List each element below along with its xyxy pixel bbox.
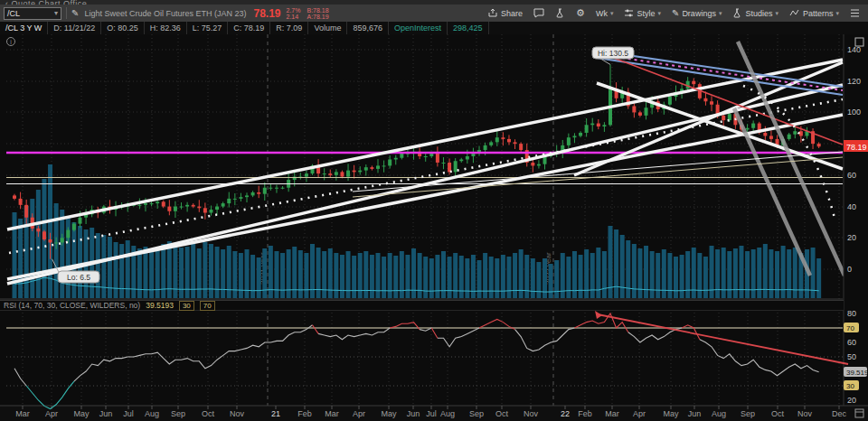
price-tick-label: 120 xyxy=(847,77,861,86)
rsi-line xyxy=(318,328,390,340)
price-tick-label: 0 xyxy=(847,265,852,274)
grid-layer: 2021 year2022 year xyxy=(6,34,843,406)
toolbar-divider xyxy=(66,7,67,19)
pencil-icon: ✎ xyxy=(672,8,679,18)
change-percent: 2.7% xyxy=(287,7,301,14)
ohlc-cell: L: 75.27 xyxy=(187,22,229,34)
month-tick-label: Jul xyxy=(123,409,134,418)
rsi-line xyxy=(700,340,819,376)
month-tick-label: Dec xyxy=(832,409,847,418)
ohlc-cell: H: 82.36 xyxy=(145,22,187,34)
month-tick-label: Oct xyxy=(771,409,785,418)
rsi-line xyxy=(575,313,628,332)
patterns-icon xyxy=(789,8,800,18)
price-tick-label: 20 xyxy=(847,233,856,242)
month-tick-label: Apr xyxy=(45,409,58,418)
month-tick-label: Apr xyxy=(633,409,646,418)
style-icon xyxy=(624,8,634,18)
change-stack: 2.7% 2.14 xyxy=(287,7,301,20)
rsi-line xyxy=(74,325,313,381)
rsi-line xyxy=(515,328,575,351)
ohlc-cell: R: 7.09 xyxy=(270,22,308,34)
month-tick-label: Aug xyxy=(440,409,455,418)
chevron-down-icon: ▾ xyxy=(610,10,614,17)
ohlc-cell: 298,425 xyxy=(448,22,489,34)
volume-bars xyxy=(13,164,822,298)
patterns-button[interactable]: Patterns▾ xyxy=(785,6,844,20)
month-tick-label: May xyxy=(663,409,679,418)
ask-value: A:78.19 xyxy=(307,14,328,20)
svg-text:i: i xyxy=(10,39,12,45)
svg-text:Lo: 6.5: Lo: 6.5 xyxy=(67,273,90,282)
rsi-line xyxy=(431,328,438,338)
analyze-button[interactable] xyxy=(551,6,570,20)
month-tick-label: Jun xyxy=(407,409,420,418)
rsi-line xyxy=(14,369,26,386)
gear-icon: ⚙ xyxy=(576,7,585,19)
svg-text:39.5193: 39.5193 xyxy=(846,369,868,377)
drawings-button[interactable]: ✎ Drawings▾ xyxy=(667,6,726,20)
toolbar-buttons: Share ⚙ Wk▾ Style▾ ✎ Drawings▾ xyxy=(483,5,864,21)
month-tick-label: Aug xyxy=(145,409,159,418)
month-tick-label: Apr xyxy=(353,409,365,418)
year-tick-label: 22 xyxy=(561,409,570,418)
ohlc-cell: Volume xyxy=(308,22,347,34)
svg-text:30: 30 xyxy=(846,382,854,390)
chart-toolbar: /CL ▾ ✎ Light Sweet Crude Oil Futures ET… xyxy=(0,5,868,22)
edit-symbol-icon[interactable]: ✎ xyxy=(71,8,79,18)
chart-area[interactable]: 2021 year2022 yearHi: 130.5Lo: 6.5140120… xyxy=(0,34,868,421)
ohlc-cell: 859,676 xyxy=(347,22,389,34)
chevron-down-icon: ▾ xyxy=(775,10,778,17)
price-tick-label: 60 xyxy=(847,171,856,180)
month-tick-label: Sep xyxy=(741,409,755,418)
flask-icon xyxy=(555,8,565,18)
rsi-oversold-setting: 30 xyxy=(179,301,194,311)
rsi-tick-label: 60 xyxy=(847,338,856,347)
year-tick-label: 21 xyxy=(271,409,280,418)
chart-canvas[interactable]: 2021 year2022 yearHi: 130.5Lo: 6.5140120… xyxy=(0,34,868,421)
menu-button[interactable] xyxy=(845,7,864,19)
last-price: 78.19 xyxy=(253,7,280,20)
ohlc-cell: C: 78.19 xyxy=(228,22,270,34)
rsi-study-name: RSI (14, 70, 30, CLOSE, WILDERS, no) xyxy=(4,301,140,310)
share-button[interactable]: Share xyxy=(483,6,527,20)
month-tick-label: Mar xyxy=(605,409,619,418)
chevron-down-icon: ▾ xyxy=(835,10,839,17)
change-absolute: 2.14 xyxy=(287,14,301,20)
alerts-button[interactable] xyxy=(529,6,549,20)
pane-frame xyxy=(0,299,868,421)
rsi-overbought-setting: 70 xyxy=(200,301,215,311)
rsi-tick-label: 80 xyxy=(847,309,856,318)
rsi-tick-label: 50 xyxy=(847,352,856,361)
ohlc-cell: OpenInterest xyxy=(389,22,448,34)
settings-button[interactable]: ⚙ xyxy=(571,5,590,21)
rsi-current-value: 39.5193 xyxy=(146,301,174,310)
bid-ask-stack: B:78.18 A:78.19 xyxy=(307,7,328,20)
svg-text:Hi: 130.5: Hi: 130.5 xyxy=(598,49,628,58)
month-tick-label: Nov xyxy=(797,409,813,418)
style-button[interactable]: Style▾ xyxy=(619,6,665,20)
svg-text:70: 70 xyxy=(846,324,854,332)
ohlc-cell: /CL 3 Y W xyxy=(0,22,48,34)
month-tick-label: Jul xyxy=(426,409,437,418)
rsi-study-header[interactable]: RSI (14, 70, 30, CLOSE, WILDERS, no) 39.… xyxy=(0,300,844,311)
month-tick-label: Aug xyxy=(712,409,726,418)
symbol-value: /CL xyxy=(7,9,20,18)
month-tick-label: Feb xyxy=(578,409,592,418)
chevron-down-icon: ▾ xyxy=(54,9,58,17)
candles-layer xyxy=(13,64,821,258)
price-axis[interactable]: 140120100604020078.19 xyxy=(844,34,868,421)
tos-chart-window: ‹ Quote Chart Office /CL ▾ ✎ Light Sweet… xyxy=(0,0,868,421)
bid-value: B:78.18 xyxy=(307,7,328,14)
price-tick-label: 100 xyxy=(847,108,861,117)
month-tick-label: Mar xyxy=(325,409,339,418)
month-tick-label: Oct xyxy=(495,409,509,418)
chevron-down-icon: ▾ xyxy=(657,10,661,17)
rsi-pane: 806050207039.519330 xyxy=(6,309,868,409)
month-tick-label: Oct xyxy=(202,409,215,418)
symbol-input[interactable]: /CL ▾ xyxy=(4,7,61,20)
rsi-tick-label: 20 xyxy=(847,396,856,405)
timeframe-button[interactable]: Wk▾ xyxy=(591,7,618,20)
beaker-icon xyxy=(732,8,742,18)
studies-button[interactable]: Studies▾ xyxy=(728,6,783,20)
